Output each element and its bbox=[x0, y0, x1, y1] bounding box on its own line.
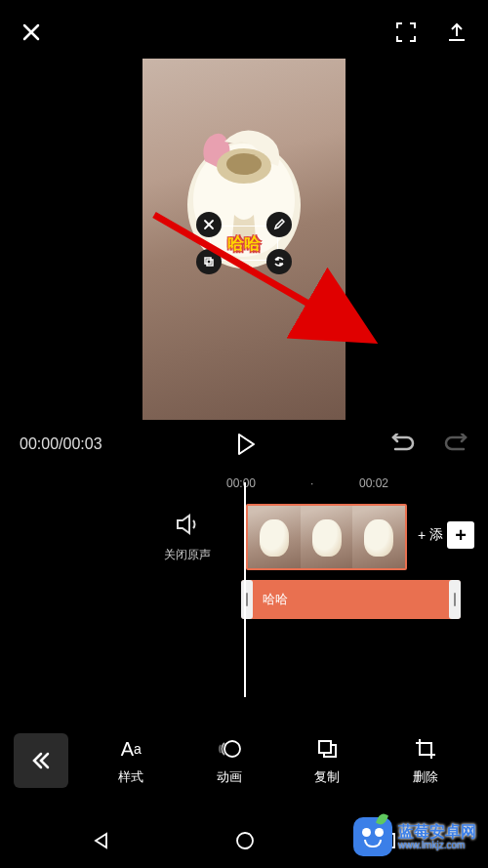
watermark-logo-icon bbox=[353, 817, 392, 856]
text-rotate-handle[interactable] bbox=[266, 249, 292, 274]
edit-toolbar: Aa 样式 动画 复制 删除 bbox=[0, 722, 488, 800]
close-icon bbox=[203, 219, 215, 230]
playback-time: 00:00/00:03 bbox=[20, 435, 102, 453]
top-bar bbox=[0, 0, 488, 59]
top-bar-right bbox=[394, 21, 468, 44]
mute-label: 关闭原声 bbox=[164, 547, 211, 563]
text-copy-handle[interactable] bbox=[196, 249, 222, 274]
nav-back-button[interactable] bbox=[92, 831, 111, 850]
nav-home-button[interactable] bbox=[235, 831, 255, 850]
triangle-left-icon bbox=[92, 831, 111, 850]
play-icon bbox=[235, 432, 257, 457]
undo-icon bbox=[390, 434, 416, 455]
timeline-ruler[interactable]: 00:00 · 00:02 bbox=[0, 469, 488, 482]
toolbar-copy-button[interactable]: 复制 bbox=[314, 735, 340, 786]
watermark: 蓝莓安卓网 www.lmkjz.com bbox=[353, 817, 476, 856]
rotate-icon bbox=[273, 256, 285, 268]
circle-icon bbox=[235, 831, 255, 850]
plus-icon: + bbox=[447, 521, 474, 549]
redo-icon bbox=[443, 434, 468, 455]
watermark-title: 蓝莓安卓网 bbox=[398, 823, 476, 841]
toolbar-item-label: 动画 bbox=[217, 768, 242, 786]
chevrons-left-icon bbox=[29, 749, 53, 772]
clip-right-handle[interactable] bbox=[449, 580, 461, 619]
total-time: 00:03 bbox=[63, 435, 102, 452]
svg-point-11 bbox=[224, 741, 240, 757]
redo-button[interactable] bbox=[443, 434, 468, 455]
export-button[interactable] bbox=[445, 21, 468, 44]
playhead[interactable] bbox=[244, 482, 246, 697]
add-clip-plus: + bbox=[418, 527, 426, 543]
video-clip[interactable] bbox=[246, 504, 407, 570]
text-delete-handle[interactable] bbox=[196, 212, 222, 237]
clip-left-handle[interactable] bbox=[241, 580, 253, 619]
undo-button[interactable] bbox=[390, 434, 416, 455]
toolbar-animation-button[interactable]: 动画 bbox=[217, 735, 242, 786]
text-overlay-container[interactable]: 哈哈 bbox=[196, 210, 292, 276]
svg-point-5 bbox=[226, 153, 262, 175]
toolbar-items: Aa 样式 动画 复制 删除 bbox=[82, 735, 488, 786]
text-clip[interactable]: 哈哈 bbox=[241, 580, 461, 619]
clip-thumbnail bbox=[301, 506, 353, 568]
fullscreen-button[interactable] bbox=[394, 21, 418, 44]
svg-rect-9 bbox=[207, 260, 213, 266]
toolbar-item-label: 样式 bbox=[118, 768, 143, 786]
play-button[interactable] bbox=[102, 432, 390, 457]
crop-icon bbox=[413, 735, 438, 763]
close-icon bbox=[20, 21, 43, 44]
toolbar-item-label: 复制 bbox=[314, 768, 340, 786]
svg-rect-12 bbox=[319, 741, 331, 753]
add-clip-text: 添 bbox=[429, 526, 443, 544]
clip-thumbnail bbox=[352, 506, 405, 568]
export-icon bbox=[445, 21, 468, 44]
watermark-url: www.lmkjz.com bbox=[398, 840, 476, 850]
close-button[interactable] bbox=[20, 21, 43, 44]
animation-icon bbox=[217, 735, 242, 763]
fullscreen-icon bbox=[394, 21, 418, 44]
speaker-icon bbox=[175, 512, 200, 537]
pencil-icon bbox=[273, 219, 285, 230]
toolbar-style-button[interactable]: Aa 样式 bbox=[118, 735, 143, 786]
undo-redo-group bbox=[390, 434, 468, 455]
text-clip-label: 哈哈 bbox=[253, 591, 449, 608]
playback-bar: 00:00/00:03 bbox=[0, 420, 488, 469]
toolbar-delete-button[interactable]: 删除 bbox=[413, 735, 438, 786]
toolbar-item-label: 删除 bbox=[413, 768, 438, 786]
mute-original-audio-button[interactable]: 关闭原声 bbox=[164, 512, 211, 563]
svg-rect-8 bbox=[205, 258, 211, 264]
video-preview[interactable]: 哈哈 A bbox=[142, 59, 346, 420]
style-icon: Aa bbox=[118, 735, 143, 763]
top-bar-left bbox=[20, 21, 43, 44]
watermark-text-block: 蓝莓安卓网 www.lmkjz.com bbox=[398, 823, 476, 851]
text-edit-handle[interactable] bbox=[266, 212, 292, 237]
copy-icon bbox=[203, 256, 215, 268]
svg-point-13 bbox=[237, 833, 253, 848]
current-time: 00:00 bbox=[20, 435, 59, 452]
text-overlay-label: 哈哈 bbox=[227, 232, 261, 255]
copy-icon bbox=[314, 735, 340, 763]
add-clip-button[interactable]: + 添 + bbox=[418, 521, 474, 549]
timeline[interactable]: 关闭原声 + 添 + 哈哈 bbox=[0, 482, 488, 756]
clip-thumbnail bbox=[248, 506, 301, 568]
collapse-toolbar-button[interactable] bbox=[14, 733, 68, 788]
